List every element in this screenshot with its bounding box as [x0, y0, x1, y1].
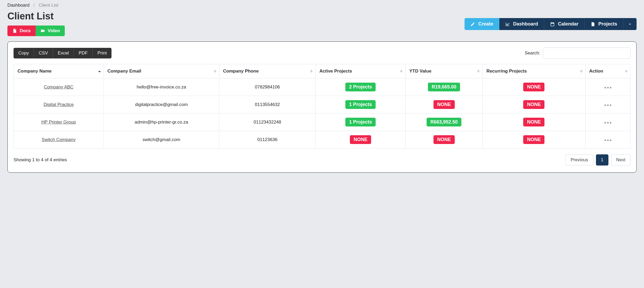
- dashboard-button-label: Dashboard: [513, 21, 538, 27]
- sort-icon: [214, 70, 216, 73]
- search-input[interactable]: [543, 48, 630, 59]
- create-button-label: Create: [478, 21, 493, 27]
- company-link[interactable]: HP Printer Group: [41, 120, 76, 125]
- company-email-cell: admin@hp-printer-gr.co.za: [104, 113, 219, 131]
- sort-icon: [400, 70, 403, 73]
- projects-button-label: Projects: [598, 21, 617, 27]
- sort-icon: [625, 70, 628, 73]
- company-link[interactable]: Switch Company: [42, 137, 76, 142]
- calendar-icon: [550, 22, 555, 27]
- edit-icon: [470, 22, 475, 27]
- status-badge: NONE: [523, 135, 544, 144]
- column-header-company-phone[interactable]: Company Phone: [219, 64, 316, 78]
- file-icon: [590, 22, 595, 27]
- breadcrumb-root[interactable]: Dashboard: [7, 3, 29, 8]
- company-phone-cell: 0782984106: [219, 78, 316, 96]
- column-header-ytd-value[interactable]: YTD Value: [406, 64, 483, 78]
- status-badge: NONE: [523, 100, 544, 109]
- video-button-label: Video: [48, 28, 60, 33]
- status-badge: 1 Projects: [345, 100, 376, 109]
- page-title: Client List: [7, 11, 65, 22]
- table-row: HP Printer Groupadmin@hp-printer-gr.co.z…: [14, 113, 630, 131]
- column-header-action[interactable]: Action: [585, 64, 630, 78]
- search-label: Search:: [525, 50, 540, 56]
- export-print-button[interactable]: Print: [93, 48, 111, 58]
- column-header-company-email[interactable]: Company Email: [104, 64, 219, 78]
- column-header-active-projects[interactable]: Active Projects: [316, 64, 406, 78]
- sort-icon: [310, 70, 313, 73]
- sort-icon: [477, 70, 480, 73]
- video-button[interactable]: Video: [36, 26, 65, 36]
- table-row: Digital Practicedigitalpractice@gmail.co…: [14, 96, 630, 113]
- export-pdf-button[interactable]: PDF: [74, 48, 93, 58]
- status-badge: NONE: [433, 100, 455, 109]
- status-badge: R663,952.50: [427, 118, 461, 126]
- row-actions-menu[interactable]: [604, 139, 611, 141]
- company-email-cell: hello@free-invoice.co.za: [104, 78, 219, 96]
- create-button[interactable]: Create: [465, 18, 499, 30]
- company-phone-cell: 01123636: [219, 131, 316, 149]
- entries-summary: Showing 1 to 4 of 4 entries: [14, 157, 67, 163]
- status-badge: 1 Projects: [345, 118, 376, 126]
- table-row: Company ABChello@free-invoice.co.za07829…: [14, 78, 630, 96]
- company-phone-cell: 0113554632: [219, 96, 316, 113]
- pagination-previous[interactable]: Previous: [565, 154, 593, 166]
- dashboard-button[interactable]: Dashboard: [499, 18, 544, 30]
- status-badge: NONE: [523, 83, 544, 91]
- calendar-button-label: Calendar: [558, 21, 578, 27]
- document-icon: [12, 28, 17, 33]
- docs-button[interactable]: Docs: [7, 26, 36, 36]
- more-dropdown-button[interactable]: [623, 18, 637, 30]
- company-link[interactable]: Digital Practice: [44, 102, 74, 107]
- sort-asc-icon: [98, 70, 101, 73]
- row-actions-menu[interactable]: [604, 122, 611, 124]
- projects-button[interactable]: Projects: [585, 18, 623, 30]
- status-badge: NONE: [523, 118, 544, 126]
- video-camera-icon: [40, 28, 45, 33]
- pagination-page-1[interactable]: 1: [596, 154, 608, 166]
- docs-button-label: Docs: [20, 28, 31, 33]
- sort-icon: [580, 70, 583, 73]
- table-row: Switch Companyswitch@gmail.com01123636NO…: [14, 131, 630, 149]
- row-actions-menu[interactable]: [604, 104, 611, 106]
- caret-down-icon: [628, 22, 632, 27]
- export-button-group: CopyCSVExcelPDFPrint: [14, 48, 111, 58]
- status-badge: NONE: [350, 135, 371, 144]
- client-list-card: CopyCSVExcelPDFPrint Search: Company Nam…: [7, 41, 637, 173]
- company-email-cell: switch@gmail.com: [104, 131, 219, 149]
- export-copy-button[interactable]: Copy: [14, 48, 34, 58]
- status-badge: 2 Projects: [345, 83, 376, 91]
- status-badge: R19,665.00: [428, 83, 460, 91]
- breadcrumb-current: Client List: [38, 3, 58, 8]
- company-email-cell: digitalpractice@gmail.com: [104, 96, 219, 113]
- column-header-recurring-projects[interactable]: Recurring Projects: [483, 64, 585, 78]
- calendar-button[interactable]: Calendar: [544, 18, 585, 30]
- pagination-next[interactable]: Next: [611, 154, 630, 166]
- row-actions-menu[interactable]: [604, 87, 611, 88]
- export-excel-button[interactable]: Excel: [53, 48, 74, 58]
- company-link[interactable]: Company ABC: [44, 84, 74, 90]
- company-phone-cell: 01123432248: [219, 113, 316, 131]
- client-table: Company Name Company Email Company Phone…: [14, 64, 630, 149]
- breadcrumb-separator: /: [33, 3, 35, 8]
- export-csv-button[interactable]: CSV: [34, 48, 53, 58]
- column-header-company-name[interactable]: Company Name: [14, 64, 104, 78]
- breadcrumb: Dashboard / Client List: [0, 0, 644, 10]
- chart-line-icon: [505, 22, 510, 27]
- status-badge: NONE: [433, 135, 455, 144]
